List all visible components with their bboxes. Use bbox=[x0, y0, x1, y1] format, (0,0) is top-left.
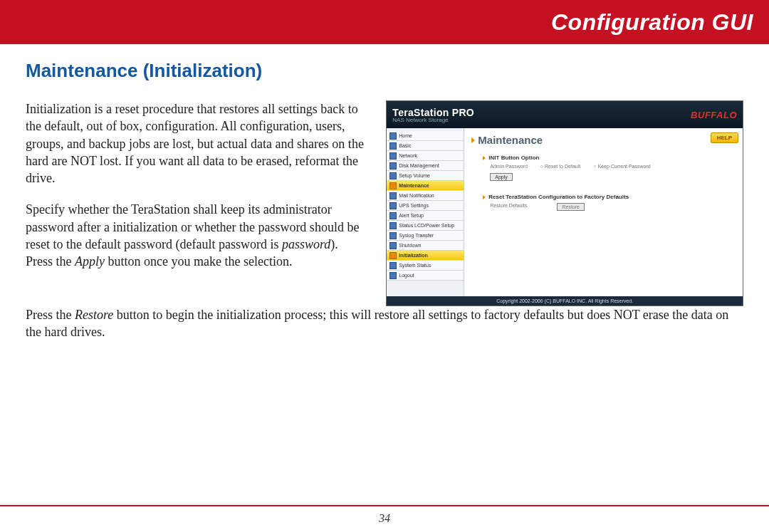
nav-icon bbox=[389, 172, 397, 179]
field-label: Restore Defaults bbox=[490, 203, 527, 211]
section-heading: Maintenance (Initialization) bbox=[26, 60, 743, 82]
triangle-icon bbox=[483, 195, 486, 199]
nav-item[interactable]: Alert Setup bbox=[387, 211, 464, 221]
nav-icon bbox=[389, 222, 397, 229]
paragraph-3: Press the Restore button to begin the in… bbox=[26, 306, 743, 341]
nav-label: Home bbox=[399, 133, 412, 138]
nav-item[interactable]: Status LCD/Power Setup bbox=[387, 221, 464, 231]
paragraph-1: Initialization is a reset procedure that… bbox=[26, 100, 367, 187]
nav-label: Shutdown bbox=[399, 243, 421, 248]
option-row: Admin Password Reset to Default Keep Cur… bbox=[490, 164, 736, 169]
nav-label: Setup Volume bbox=[399, 173, 430, 178]
nav-icon bbox=[389, 202, 397, 209]
nav-label: Basic bbox=[399, 143, 411, 148]
nav-icon bbox=[389, 242, 397, 249]
nav-item[interactable]: UPS Settings bbox=[387, 201, 464, 211]
radio-reset[interactable]: Reset to Default bbox=[540, 164, 580, 169]
triangle-icon bbox=[471, 137, 475, 143]
restore-button[interactable]: Restore bbox=[557, 203, 585, 211]
field-label: Admin Password bbox=[490, 164, 528, 169]
nav-icon bbox=[389, 252, 397, 259]
nav-label: System Status bbox=[399, 263, 431, 268]
nav-label: Alert Setup bbox=[399, 213, 424, 218]
nav-label: UPS Settings bbox=[399, 203, 429, 208]
nav-icon bbox=[389, 142, 397, 150]
apply-button[interactable]: Apply bbox=[490, 173, 513, 181]
section-heading-1: INIT Button Option bbox=[483, 155, 736, 161]
nav-label: Mail Notification bbox=[399, 193, 434, 198]
page-number: 34 bbox=[0, 512, 769, 525]
section-reset: Reset TeraStation Configuration to Facto… bbox=[483, 194, 736, 211]
page-body: Maintenance (Initialization) Initializat… bbox=[0, 44, 769, 341]
nav-item[interactable]: Shutdown bbox=[387, 241, 464, 251]
footer-rule bbox=[0, 505, 769, 506]
brand-logo: BUFFALO bbox=[691, 110, 737, 120]
paragraph-2: Specify whether the TeraStation shall ke… bbox=[26, 201, 367, 270]
nav-icon bbox=[389, 162, 397, 169]
triangle-icon bbox=[483, 156, 486, 160]
nav-icon bbox=[389, 232, 397, 239]
header-banner: Configuration GUI bbox=[0, 0, 769, 44]
panel-title: Maintenance bbox=[471, 134, 736, 146]
help-button[interactable]: HELP bbox=[711, 132, 738, 143]
nav-item[interactable]: Syslog Transfer bbox=[387, 231, 464, 241]
screenshot-footer: Copyright 2002-2006 (C) BUFFALO INC. All… bbox=[387, 296, 743, 306]
restore-row: Restore Defaults Restore bbox=[490, 203, 736, 211]
nav-label: Syslog Transfer bbox=[399, 233, 434, 238]
nav-icon bbox=[389, 212, 397, 219]
nav-icon bbox=[389, 152, 397, 160]
nav-item[interactable]: Basic bbox=[387, 141, 464, 151]
nav-icon bbox=[389, 182, 397, 189]
nav-label: Logout bbox=[399, 273, 414, 278]
nav-label: Initialization bbox=[399, 253, 427, 258]
section-init-button: INIT Button Option Admin Password Reset … bbox=[483, 155, 736, 181]
nav-item[interactable]: Maintenance bbox=[387, 181, 464, 191]
main-panel: HELP Maintenance INIT Button Option Admi… bbox=[464, 128, 743, 296]
nav-item[interactable]: Setup Volume bbox=[387, 171, 464, 181]
embedded-screenshot: TeraStation PRO NAS Network Storage BUFF… bbox=[386, 100, 743, 306]
section-heading-2: Reset TeraStation Configuration to Facto… bbox=[483, 194, 736, 200]
nav-label: Disk Management bbox=[399, 163, 439, 168]
nav-icon bbox=[389, 262, 397, 269]
nav-item[interactable]: Network bbox=[387, 151, 464, 161]
product-logo: TeraStation PRO NAS Network Storage bbox=[392, 107, 474, 123]
screenshot-body: HomeBasicNetworkDisk ManagementSetup Vol… bbox=[387, 128, 743, 296]
screenshot-header: TeraStation PRO NAS Network Storage BUFF… bbox=[387, 101, 743, 128]
nav-icon bbox=[389, 132, 397, 140]
nav-label: Maintenance bbox=[399, 183, 429, 188]
nav-label: Status LCD/Power Setup bbox=[399, 223, 454, 228]
nav-icon bbox=[389, 192, 397, 199]
nav-label: Network bbox=[399, 153, 417, 158]
nav-icon bbox=[389, 272, 397, 279]
nav-item[interactable]: Initialization bbox=[387, 251, 464, 261]
text-column: Initialization is a reset procedure that… bbox=[26, 100, 367, 306]
two-column-layout: Initialization is a reset procedure that… bbox=[26, 100, 743, 306]
radio-keep[interactable]: Keep Current Password bbox=[593, 164, 651, 169]
nav-item[interactable]: Logout bbox=[387, 271, 464, 281]
nav-item[interactable]: Disk Management bbox=[387, 161, 464, 171]
sidebar-nav: HomeBasicNetworkDisk ManagementSetup Vol… bbox=[387, 128, 464, 296]
full-width-text: Press the Restore button to begin the in… bbox=[26, 306, 743, 341]
banner-title: Configuration GUI bbox=[551, 9, 753, 36]
nav-item[interactable]: Home bbox=[387, 131, 464, 141]
nav-item[interactable]: Mail Notification bbox=[387, 191, 464, 201]
nav-item[interactable]: System Status bbox=[387, 261, 464, 271]
